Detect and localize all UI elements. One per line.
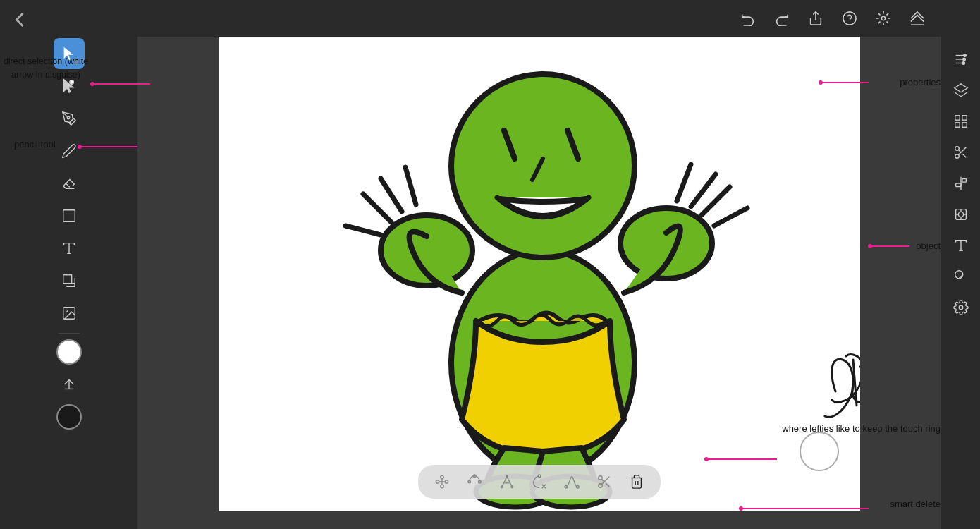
svg-point-48 <box>599 476 603 480</box>
add-anchor-button[interactable] <box>496 470 518 493</box>
artboard[interactable] <box>219 18 860 511</box>
settings-button[interactable] <box>871 6 896 31</box>
svg-rect-63 <box>962 116 966 120</box>
svg-point-3 <box>67 116 70 119</box>
svg-point-66 <box>955 147 959 151</box>
svg-rect-4 <box>63 210 75 222</box>
svg-point-75 <box>958 212 963 217</box>
arrange-button[interactable] <box>54 369 85 400</box>
bottom-toolbar <box>418 465 661 499</box>
share-button[interactable] <box>803 6 828 31</box>
direct-selection-tool-button[interactable] <box>54 71 85 102</box>
svg-point-36 <box>445 480 448 484</box>
svg-point-37 <box>441 485 444 488</box>
svg-line-20 <box>405 167 416 205</box>
canvas-area[interactable] <box>137 0 941 529</box>
fill-color-swatch[interactable] <box>56 339 82 365</box>
place-image-button[interactable] <box>54 298 85 329</box>
svg-rect-7 <box>63 275 71 284</box>
cut-button[interactable] <box>947 138 975 166</box>
touch-ring[interactable] <box>800 432 839 471</box>
help-button[interactable] <box>837 6 862 31</box>
svg-rect-72 <box>962 179 966 183</box>
svg-point-35 <box>441 475 444 479</box>
transform-tool-button[interactable] <box>54 265 85 296</box>
libraries-panel-button[interactable] <box>947 107 975 135</box>
svg-point-13 <box>843 12 856 25</box>
svg-line-25 <box>714 208 747 226</box>
delete-anchor-button[interactable] <box>528 470 551 493</box>
svg-line-70 <box>958 150 961 152</box>
align-button[interactable] <box>947 169 975 197</box>
right-sidebar <box>941 0 980 529</box>
properties-panel-button[interactable] <box>947 45 975 73</box>
svg-line-51 <box>606 483 609 487</box>
anchor-select-button[interactable] <box>431 470 453 493</box>
svg-point-83 <box>959 305 963 310</box>
undo-button[interactable] <box>735 6 761 31</box>
svg-point-67 <box>955 154 959 159</box>
svg-point-44 <box>511 486 513 488</box>
eraser-tool-button[interactable] <box>54 168 85 199</box>
svg-point-60 <box>962 62 964 65</box>
svg-marker-0 <box>63 47 73 60</box>
svg-line-18 <box>363 194 391 222</box>
back-button[interactable] <box>7 7 32 32</box>
svg-point-34 <box>436 480 439 484</box>
arrange-layers-button[interactable] <box>905 6 930 31</box>
svg-point-28 <box>451 74 635 257</box>
svg-rect-64 <box>962 123 966 127</box>
layers-panel-button[interactable] <box>947 76 975 104</box>
svg-point-9 <box>66 310 68 312</box>
svg-point-82 <box>955 271 962 279</box>
svg-point-59 <box>962 58 965 61</box>
svg-rect-62 <box>955 116 959 120</box>
type-panel-button[interactable] <box>947 231 975 260</box>
left-sidebar <box>0 0 137 529</box>
curve-tool-button[interactable] <box>561 470 583 493</box>
scissors-button[interactable] <box>593 470 615 493</box>
svg-line-26 <box>345 226 381 235</box>
svg-point-15 <box>881 16 886 20</box>
top-header <box>137 0 941 37</box>
pen-tool-button[interactable] <box>54 103 85 134</box>
svg-line-24 <box>677 164 691 201</box>
symbols-button[interactable] <box>947 293 975 322</box>
svg-rect-65 <box>955 123 959 127</box>
type-tool-button[interactable] <box>54 233 85 264</box>
stroke-color-swatch[interactable] <box>56 404 82 430</box>
svg-point-49 <box>599 484 603 488</box>
pathfinder-button[interactable] <box>947 262 975 291</box>
svg-point-43 <box>501 486 503 488</box>
smart-delete-button[interactable] <box>625 470 648 493</box>
convert-anchor-button[interactable] <box>463 470 486 493</box>
svg-line-52 <box>601 479 604 482</box>
svg-line-69 <box>962 154 966 157</box>
svg-line-19 <box>381 178 402 212</box>
svg-point-2 <box>69 80 73 85</box>
selection-tool-button[interactable] <box>54 38 85 69</box>
redo-button[interactable] <box>769 6 795 31</box>
pencil-tool-button[interactable] <box>54 135 85 166</box>
object-panel-button[interactable] <box>947 200 975 229</box>
svg-point-58 <box>963 54 966 57</box>
svg-rect-73 <box>955 183 960 187</box>
rectangle-tool-button[interactable] <box>54 200 85 231</box>
svg-point-42 <box>506 475 508 478</box>
toolbar-divider <box>59 333 80 334</box>
svg-marker-61 <box>954 84 967 92</box>
